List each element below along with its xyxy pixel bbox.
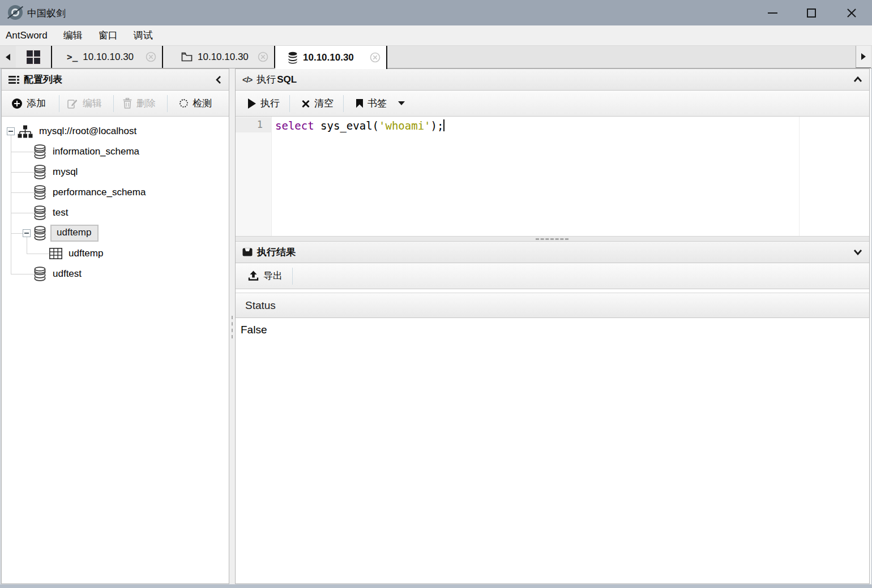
database-icon bbox=[33, 185, 46, 200]
sql-panel-header: </> 执行 SQL bbox=[236, 69, 869, 91]
close-icon bbox=[846, 7, 857, 19]
sql-string: 'whoami' bbox=[379, 119, 431, 132]
list-icon bbox=[8, 75, 19, 84]
result-panel-title: 执行结果 bbox=[257, 246, 296, 259]
close-tab-icon[interactable] bbox=[146, 51, 156, 62]
terminal-icon: >_ bbox=[67, 51, 78, 62]
result-toolbar: 导出 bbox=[236, 263, 869, 289]
tab-scroll-right-button[interactable] bbox=[856, 46, 871, 68]
antsword-window: 中国蚁剑 AntSword 编辑 窗口 调试 >_ 10.10.10.30 10… bbox=[0, 0, 872, 588]
chevron-left-icon bbox=[215, 75, 222, 84]
expander-collapse-root[interactable] bbox=[7, 127, 15, 135]
add-button[interactable]: 添加 bbox=[12, 91, 46, 116]
minimize-button[interactable] bbox=[759, 0, 785, 25]
expander-collapse-udftemp[interactable] bbox=[23, 229, 31, 237]
check-button[interactable]: 检测 bbox=[179, 91, 212, 116]
menubar: AntSword 编辑 窗口 调试 bbox=[0, 25, 872, 45]
database-icon bbox=[288, 51, 298, 64]
grid-icon bbox=[27, 50, 40, 64]
close-tab-icon[interactable] bbox=[258, 51, 268, 62]
text-cursor bbox=[443, 119, 444, 131]
minimize-icon bbox=[768, 12, 777, 14]
inbox-icon bbox=[242, 248, 253, 256]
window-title: 中国蚁剑 bbox=[27, 7, 66, 20]
splitter-grip bbox=[536, 238, 568, 240]
tab-database[interactable]: 10.10.10.30 bbox=[275, 46, 387, 69]
tree-node-label-selected: udftemp bbox=[50, 225, 99, 242]
menu-window[interactable]: 窗口 bbox=[93, 27, 123, 44]
tree-node-database[interactable]: performance_schema bbox=[33, 182, 146, 203]
database-icon bbox=[33, 226, 46, 241]
sql-content-panel: </> 执行 SQL 执行 清空 书签 bbox=[235, 68, 870, 584]
maximize-icon bbox=[807, 8, 816, 18]
tree-node-label: information_schema bbox=[53, 146, 139, 157]
sql-code-line: select sys_eval('whoami'); bbox=[275, 118, 444, 133]
sidebar-toolbar: 添加 编辑 删除 bbox=[2, 91, 229, 117]
vertical-splitter[interactable] bbox=[229, 68, 235, 584]
tree-node-table[interactable]: udftemp bbox=[49, 243, 103, 264]
tree-node-label: test bbox=[53, 207, 68, 218]
result-column-header: Status bbox=[236, 293, 869, 318]
arrow-right-icon bbox=[861, 53, 866, 61]
sql-editor[interactable]: 1 select sys_eval('whoami'); bbox=[236, 117, 869, 236]
table-icon bbox=[49, 248, 62, 259]
code-icon: </> bbox=[242, 75, 252, 84]
sql-plain: sys_eval( bbox=[314, 119, 379, 132]
tab-home[interactable] bbox=[16, 46, 52, 68]
collapse-sidebar-button[interactable] bbox=[215, 75, 222, 84]
delete-button[interactable]: 删除 bbox=[123, 91, 156, 116]
play-icon bbox=[248, 98, 256, 109]
maximize-button[interactable] bbox=[798, 0, 824, 25]
tree-node-connection[interactable]: mysql://root@localhost bbox=[18, 121, 136, 141]
close-button[interactable] bbox=[839, 0, 865, 25]
tab-files[interactable]: 10.10.10.30 bbox=[163, 46, 275, 68]
sql-tail: ); bbox=[431, 119, 444, 132]
tab-terminal[interactable]: >_ 10.10.10.30 bbox=[52, 46, 163, 68]
clear-button[interactable]: 清空 bbox=[302, 91, 334, 116]
export-button[interactable]: 导出 bbox=[248, 263, 283, 289]
sql-panel-title: 执行 bbox=[257, 73, 276, 86]
bookmark-icon bbox=[356, 99, 363, 108]
config-tree: mysql://root@localhost information_schem… bbox=[2, 117, 228, 583]
edit-button[interactable]: 编辑 bbox=[67, 91, 102, 116]
menu-edit[interactable]: 编辑 bbox=[58, 27, 88, 44]
horizontal-splitter[interactable] bbox=[236, 236, 869, 242]
splitter-grip bbox=[232, 316, 233, 338]
close-tab-icon[interactable] bbox=[370, 52, 381, 63]
tab-label: 10.10.10.30 bbox=[198, 51, 249, 63]
chevron-down-icon bbox=[853, 249, 862, 255]
database-icon bbox=[33, 165, 46, 179]
tab-scroll-left-button[interactable] bbox=[0, 46, 16, 68]
result-panel-header: 执行结果 bbox=[236, 242, 869, 263]
database-icon bbox=[33, 144, 46, 159]
chevron-up-icon bbox=[853, 76, 862, 83]
arrow-left-icon bbox=[5, 53, 11, 61]
tree-node-database[interactable]: information_schema bbox=[33, 141, 139, 162]
sql-keyword: select bbox=[275, 119, 314, 132]
execute-button[interactable]: 执行 bbox=[248, 91, 280, 116]
collapse-sql-panel-button[interactable] bbox=[853, 76, 862, 83]
sidebar-title: 配置列表 bbox=[24, 73, 62, 86]
sitemap-icon bbox=[18, 125, 33, 138]
collapse-result-panel-button[interactable] bbox=[853, 249, 862, 255]
tree-node-label: udftest bbox=[53, 268, 82, 280]
tree-node-database[interactable]: test bbox=[33, 203, 68, 223]
line-number: 1 bbox=[257, 119, 263, 130]
bookmark-button[interactable]: 书签 bbox=[356, 91, 405, 116]
upload-icon bbox=[248, 271, 259, 281]
tree-node-database[interactable]: udftest bbox=[33, 264, 82, 284]
sql-panel-title-bold: SQL bbox=[277, 74, 297, 85]
sidebar-panel: 配置列表 添加 编辑 bbox=[1, 68, 229, 584]
sql-toolbar: 执行 清空 书签 bbox=[236, 91, 869, 117]
menu-antsword[interactable]: AntSword bbox=[6, 28, 53, 44]
plus-icon bbox=[12, 98, 22, 109]
result-row-value: False bbox=[236, 318, 869, 342]
tree-node-database-selected[interactable]: udftemp bbox=[33, 223, 99, 243]
pencil-icon bbox=[67, 98, 78, 109]
menu-debug[interactable]: 调试 bbox=[128, 27, 159, 44]
tree-node-database[interactable]: mysql bbox=[33, 162, 78, 182]
tree-node-label: mysql bbox=[53, 166, 78, 178]
tree-node-label: performance_schema bbox=[53, 187, 146, 198]
tab-label: 10.10.10.30 bbox=[303, 52, 354, 63]
chevron-down-icon bbox=[398, 101, 405, 105]
